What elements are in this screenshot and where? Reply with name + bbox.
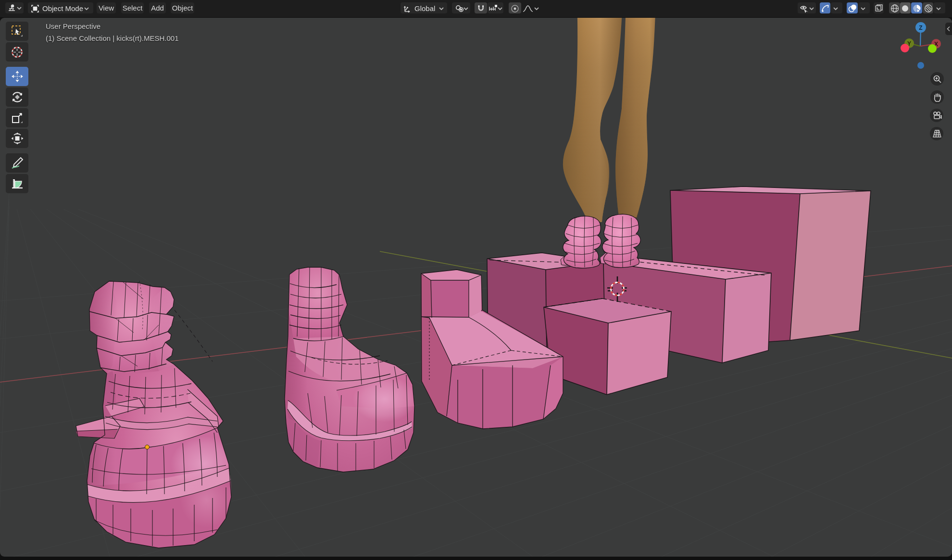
svg-text:Z: Z	[919, 25, 922, 31]
